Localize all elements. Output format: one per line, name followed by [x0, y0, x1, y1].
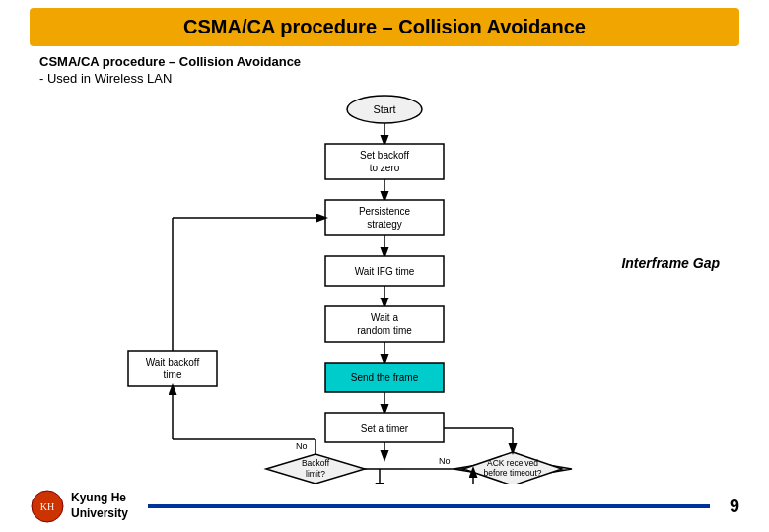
bottom-blue-line [148, 504, 710, 508]
svg-text:to zero: to zero [370, 163, 400, 173]
svg-text:Wait a: Wait a [371, 312, 398, 323]
interframe-gap-label: Interframe Gap [621, 255, 720, 271]
description: - Used in Wireless LAN [39, 71, 769, 86]
svg-text:random time: random time [357, 325, 412, 336]
logo-line1: Kyung He [71, 491, 128, 506]
content-area: Start Set backoff to zero Persistence st… [30, 90, 739, 488]
university-logo-icon: KH [30, 489, 65, 524]
svg-text:Wait IFG time: Wait IFG time [355, 266, 415, 277]
page-number: 9 [730, 497, 739, 517]
svg-text:Set backoff: Set backoff [360, 150, 409, 161]
svg-text:No: No [439, 456, 451, 466]
svg-text:ACK received: ACK received [487, 458, 538, 468]
svg-text:Start: Start [373, 103, 395, 115]
svg-text:No: No [296, 441, 308, 451]
svg-text:Send the frame: Send the frame [351, 372, 419, 383]
subtitle: CSMA/CA procedure – Collision Avoidance [39, 54, 769, 69]
svg-text:Persistence: Persistence [359, 206, 411, 217]
bottom-bar: KH Kyung He University 9 [0, 489, 769, 524]
svg-text:time: time [164, 369, 182, 380]
svg-text:before timeout?: before timeout? [483, 468, 541, 478]
page-title: CSMA/CA procedure – Collision Avoidance [45, 16, 724, 38]
title-bar: CSMA/CA procedure – Collision Avoidance [30, 8, 739, 46]
svg-text:Wait backoff: Wait backoff [146, 357, 200, 367]
svg-text:KH: KH [40, 501, 54, 512]
svg-text:strategy: strategy [367, 219, 402, 230]
logo-line2: University [71, 506, 128, 522]
svg-text:Backoff: Backoff [302, 458, 330, 468]
logo-text: Kyung He University [71, 491, 128, 521]
flowchart-container: Start Set backoff to zero Persistence st… [30, 90, 739, 488]
svg-text:limit?: limit? [306, 469, 325, 479]
svg-text:Set a timer: Set a timer [361, 423, 409, 433]
logo-area: KH Kyung He University [30, 489, 128, 524]
flowchart-svg: Start Set backoff to zero Persistence st… [30, 90, 700, 484]
